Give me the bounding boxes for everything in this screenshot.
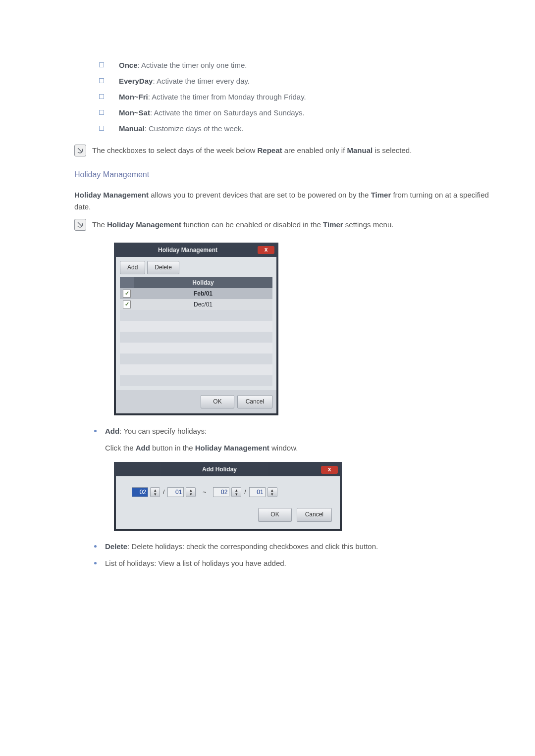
option-label: Mon~Fri bbox=[119, 93, 148, 101]
row-checkbox[interactable]: ✓ bbox=[123, 301, 131, 308]
spinner-buttons-icon[interactable]: ▴▾ bbox=[231, 487, 241, 497]
option-desc: : Customize days of the week. bbox=[145, 124, 244, 133]
slash-separator: / bbox=[162, 488, 165, 497]
spinner-buttons-icon[interactable]: ▴▾ bbox=[150, 487, 160, 497]
dot-bullet-icon bbox=[94, 562, 97, 564]
table-row[interactable]: ✓ Feb/01 bbox=[120, 288, 272, 299]
holiday-management-dialog-figure: Holiday Management x Add Delete Holiday … bbox=[114, 243, 505, 416]
table-header: Holiday bbox=[120, 277, 272, 288]
square-bullet-icon bbox=[99, 94, 104, 99]
holiday-management-dialog: Holiday Management x Add Delete Holiday … bbox=[114, 243, 278, 416]
note-text: The checkboxes to select days of the wee… bbox=[92, 145, 412, 156]
repeat-options-list: Once: Activate the timer only one time. … bbox=[99, 59, 505, 135]
add-holiday-dialog: Add Holiday x 02 ▴▾ / 01 ▴▾ ~ 02 ▴▾ / 01… bbox=[114, 462, 342, 530]
item-desc: : Delete holidays: check the correspondi… bbox=[127, 542, 378, 551]
dialog-titlebar: Holiday Management x bbox=[116, 245, 276, 257]
note-holiday-mgmt: The Holiday Management function can be e… bbox=[74, 219, 505, 231]
day-to-input[interactable]: 01 bbox=[249, 487, 266, 497]
option-label: EveryDay bbox=[119, 77, 153, 85]
dialog-title: Holiday Management bbox=[118, 246, 258, 255]
item-desc: List of holidays: View a list of holiday… bbox=[105, 559, 286, 567]
option-label: Once bbox=[119, 61, 138, 69]
month-to-input[interactable]: 02 bbox=[213, 487, 229, 497]
table-row-empty bbox=[120, 375, 272, 386]
option-desc: : Activate the timer every day. bbox=[153, 77, 250, 85]
dot-bullet-icon bbox=[94, 545, 97, 548]
dialog-footer: OK Cancel bbox=[116, 390, 276, 413]
dot-bullet-icon bbox=[94, 430, 97, 432]
header-holiday: Holiday bbox=[134, 277, 272, 288]
option-everyday: EveryDay: Activate the timer every day. bbox=[99, 75, 505, 87]
row-checkbox[interactable]: ✓ bbox=[123, 290, 131, 298]
option-manual: Manual: Customize days of the week. bbox=[99, 123, 505, 135]
item-label: Add bbox=[105, 427, 119, 435]
tilde-separator: ~ bbox=[198, 488, 211, 497]
add-instruction: Click the Add button in the Holiday Mana… bbox=[105, 442, 505, 454]
row-value: Feb/01 bbox=[134, 288, 272, 299]
dialog-title: Add Holiday bbox=[118, 465, 321, 474]
date-range-inputs: 02 ▴▾ / 01 ▴▾ ~ 02 ▴▾ / 01 ▴▾ bbox=[124, 487, 332, 497]
dialog-toolbar: Add Delete bbox=[120, 261, 272, 274]
table-row-empty bbox=[120, 332, 272, 343]
square-bullet-icon bbox=[99, 126, 104, 131]
table-row-empty bbox=[120, 353, 272, 364]
item-desc: : You can specify holidays: bbox=[119, 427, 207, 435]
cancel-button[interactable]: Cancel bbox=[237, 395, 272, 408]
list-item-add: Add: You can specify holidays: bbox=[94, 425, 505, 437]
add-holiday-dialog-figure: Add Holiday x 02 ▴▾ / 01 ▴▾ ~ 02 ▴▾ / 01… bbox=[114, 462, 505, 530]
spinner-buttons-icon[interactable]: ▴▾ bbox=[268, 487, 277, 497]
list-item-delete: Delete: Delete holidays: check the corre… bbox=[94, 541, 505, 553]
delete-button[interactable]: Delete bbox=[147, 261, 179, 274]
add-button[interactable]: Add bbox=[120, 261, 145, 274]
close-icon[interactable]: x bbox=[258, 246, 274, 254]
header-checkbox-cell bbox=[120, 277, 134, 288]
table-row-empty bbox=[120, 343, 272, 353]
option-monfri: Mon~Fri: Activate the timer from Monday … bbox=[99, 91, 505, 103]
square-bullet-icon bbox=[99, 62, 104, 67]
item-label: Delete bbox=[105, 542, 127, 551]
note-text: The Holiday Management function can be e… bbox=[92, 219, 393, 231]
cancel-button[interactable]: Cancel bbox=[297, 508, 332, 521]
day-from-input[interactable]: 01 bbox=[167, 487, 184, 497]
table-row-empty bbox=[120, 364, 272, 375]
close-icon[interactable]: x bbox=[321, 466, 338, 474]
row-value: Dec/01 bbox=[134, 299, 272, 310]
ok-button[interactable]: OK bbox=[201, 395, 234, 408]
option-desc: : Activate the timer only one time. bbox=[138, 61, 247, 69]
spinner-buttons-icon[interactable]: ▴▾ bbox=[186, 487, 196, 497]
option-desc: : Activate the timer from Monday through… bbox=[148, 93, 306, 101]
square-bullet-icon bbox=[99, 78, 104, 83]
table-row-empty bbox=[120, 321, 272, 332]
table-row[interactable]: ✓ Dec/01 bbox=[120, 299, 272, 310]
ok-button[interactable]: OK bbox=[258, 508, 291, 521]
square-bullet-icon bbox=[99, 110, 104, 115]
option-label: Manual bbox=[119, 124, 145, 133]
dialog-footer: OK Cancel bbox=[124, 508, 332, 521]
list-item-list: List of holidays: View a list of holiday… bbox=[94, 557, 505, 569]
slash-separator: / bbox=[243, 488, 247, 497]
section-paragraph: Holiday Management allows you to prevent… bbox=[74, 189, 505, 213]
option-desc: : Activate the timer on Saturdays and Su… bbox=[150, 108, 305, 117]
note-icon bbox=[74, 219, 86, 231]
dialog-body: 02 ▴▾ / 01 ▴▾ ~ 02 ▴▾ / 01 ▴▾ OK Cancel bbox=[116, 476, 340, 528]
month-from-input[interactable]: 02 bbox=[132, 487, 148, 497]
table-row-empty bbox=[120, 310, 272, 321]
dialog-titlebar: Add Holiday x bbox=[116, 464, 340, 476]
option-monsat: Mon~Sat: Activate the timer on Saturdays… bbox=[99, 107, 505, 119]
section-heading: Holiday Management bbox=[74, 168, 505, 181]
option-label: Mon~Sat bbox=[119, 108, 150, 117]
note-icon bbox=[74, 145, 86, 156]
note-repeat-manual: The checkboxes to select days of the wee… bbox=[74, 145, 505, 156]
dialog-body: Add Delete Holiday ✓ Feb/01 ✓ Dec/01 bbox=[116, 257, 276, 390]
option-once: Once: Activate the timer only one time. bbox=[99, 59, 505, 71]
